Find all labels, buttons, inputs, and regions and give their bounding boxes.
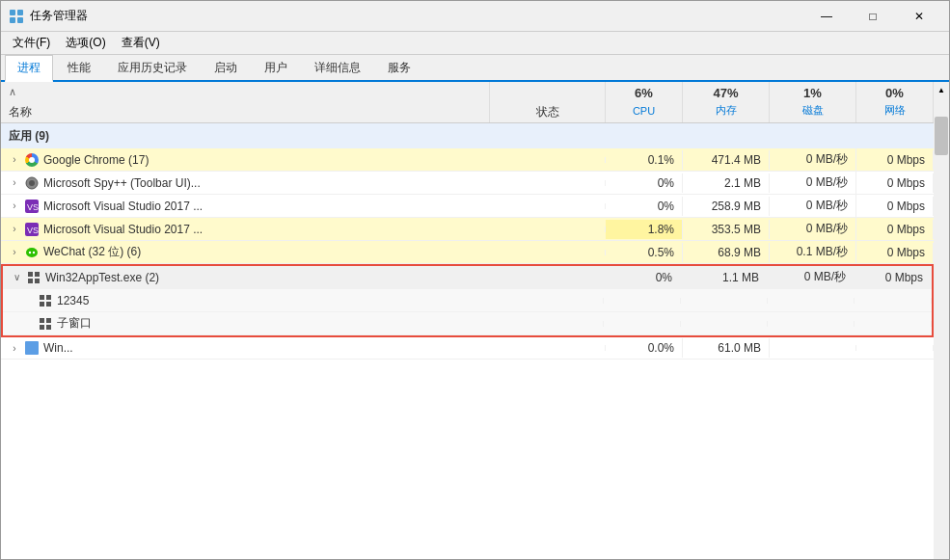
process-name-spy: › Microsoft Spy++ (Toolbar UI)...	[1, 173, 490, 194]
cpu-cell: 0%	[606, 173, 683, 193]
tab-bar: 进程 性能 应用历史记录 启动 用户 详细信息 服务	[1, 55, 949, 82]
table-row[interactable]: › Google Chrome (17) 0.1% 471.4 MB 0 MB/…	[1, 148, 934, 172]
wechat-icon	[24, 245, 40, 260]
scrollbar[interactable]: ▲	[934, 82, 949, 559]
svg-point-11	[29, 251, 31, 253]
net-percent-header[interactable]: 0%	[856, 82, 934, 102]
cpu-percent-header[interactable]: 6%	[606, 82, 683, 102]
process-name-wechat: › WeChat (32 位) (6)	[1, 241, 490, 263]
process-name-chrome: › Google Chrome (17)	[1, 149, 490, 171]
disk-cell: 0.1 MB/秒	[770, 241, 856, 263]
menu-view[interactable]: 查看(V)	[114, 33, 168, 53]
status-cell	[490, 157, 606, 163]
column-header-bottom: 名称 状态 CPU 内存 磁盘 网络	[1, 102, 934, 123]
mem-cell: 258.9 MB	[683, 197, 770, 216]
expand-icon[interactable]: ›	[9, 247, 20, 258]
apps-section-header: 应用 (9)	[1, 123, 934, 148]
process-name-vs2: › VS Microsoft Visual Studio 2017 ...	[1, 219, 490, 240]
svg-text:VS: VS	[27, 202, 39, 212]
table-row[interactable]: 子窗口	[3, 312, 932, 335]
cpu-cell: 1.8%	[606, 220, 683, 239]
net-cell: 0 Mbps	[856, 220, 934, 239]
net-partial	[856, 345, 934, 351]
tab-performance[interactable]: 性能	[55, 55, 103, 80]
svg-point-12	[33, 251, 35, 253]
disk-partial	[770, 345, 856, 351]
net-cell: 0 Mbps	[856, 197, 934, 216]
menu-file[interactable]: 文件(F)	[5, 33, 58, 53]
scrollbar-thumb[interactable]	[935, 117, 948, 155]
svg-rect-0	[10, 10, 15, 15]
svg-rect-22	[46, 318, 51, 323]
tab-services[interactable]: 服务	[375, 55, 423, 80]
expand-icon[interactable]: ›	[9, 154, 20, 166]
svg-rect-23	[40, 325, 44, 330]
table-row[interactable]: › VS Microsoft Visual Studio 2017 ... 0%…	[1, 195, 934, 218]
maximize-button[interactable]: □	[851, 1, 895, 32]
mem-cell: 1.1 MB	[681, 268, 768, 287]
child-name-12345: 12345	[3, 290, 488, 311]
cpu-col-label[interactable]: CPU	[606, 102, 683, 122]
process-name-win32: ∨ Win32AppTest.exe (2)	[3, 267, 488, 288]
table-body: 应用 (9) › Google Chrome (17) 0.1% 471.4 M…	[1, 123, 934, 559]
expand-icon[interactable]: ›	[9, 342, 20, 354]
sort-arrow-icon: ∧	[9, 86, 16, 98]
menu-bar: 文件(F) 选项(O) 查看(V)	[1, 32, 949, 55]
expand-icon[interactable]: ›	[9, 224, 20, 235]
disk-percent-header[interactable]: 1%	[770, 82, 856, 102]
menu-options[interactable]: 选项(O)	[58, 33, 113, 53]
svg-rect-20	[46, 302, 51, 307]
expand-icon[interactable]: ∨	[11, 272, 22, 283]
mem-col-label[interactable]: 内存	[683, 102, 770, 122]
table-row[interactable]: 12345	[3, 289, 932, 312]
tab-startup[interactable]: 启动	[202, 55, 250, 80]
status-cell	[490, 180, 606, 186]
net-cell: 0 Mbps	[856, 243, 934, 262]
net-col-label[interactable]: 网络	[856, 102, 934, 122]
highlighted-group: ∨ Win32AppTest.exe (2)	[1, 264, 934, 337]
svg-rect-3	[17, 17, 23, 23]
close-button[interactable]: ✕	[897, 1, 941, 32]
net-cell: 0 Mbps	[856, 173, 934, 193]
process-name-vs1: › VS Microsoft Visual Studio 2017 ...	[1, 196, 490, 217]
disk-cell: 0 MB/秒	[770, 195, 856, 217]
tab-users[interactable]: 用户	[252, 55, 300, 80]
disk-cell: 0 MB/秒	[770, 148, 856, 171]
svg-rect-19	[40, 302, 44, 307]
table-row[interactable]: ∨ Win32AppTest.exe (2)	[3, 266, 932, 289]
tab-details[interactable]: 详细信息	[302, 55, 373, 80]
svg-rect-2	[10, 17, 15, 23]
disk-col-label[interactable]: 磁盘	[770, 102, 856, 122]
cpu-cell: 0%	[606, 197, 683, 216]
child-name-subwindow: 子窗口	[3, 312, 488, 334]
tab-processes[interactable]: 进程	[5, 55, 53, 82]
svg-point-10	[26, 248, 38, 257]
tab-app-history[interactable]: 应用历史记录	[105, 55, 200, 80]
table-row[interactable]: › Microsoft Spy++ (Toolbar UI)... 0% 2.1…	[1, 172, 934, 195]
table-row[interactable]: › WeChat (32 位) (6) 0.5% 68.9 MB	[1, 241, 934, 264]
vs-icon: VS	[24, 222, 40, 237]
name-col-label[interactable]: 名称	[1, 102, 490, 122]
minimize-button[interactable]: —	[804, 1, 849, 32]
svg-rect-25	[25, 341, 39, 355]
scroll-up-button[interactable]: ▲	[935, 82, 948, 97]
table-row[interactable]: › VS Microsoft Visual Studio 2017 ... 1.…	[1, 218, 934, 241]
status-cell	[490, 345, 606, 351]
net-cell: 0 Mbps	[855, 268, 932, 287]
mem-percent-header[interactable]: 47%	[683, 82, 770, 102]
window-controls: — □ ✕	[804, 1, 941, 32]
expand-icon[interactable]: ›	[9, 177, 20, 189]
expand-icon[interactable]: ›	[9, 200, 20, 212]
task-manager-window: 任务管理器 — □ ✕ 文件(F) 选项(O) 查看(V) 进程 性能 应用历史…	[0, 0, 950, 560]
apps-section-title: 应用 (9)	[1, 124, 490, 148]
disk-cell: 0 MB/秒	[770, 172, 856, 194]
svg-rect-16	[35, 279, 40, 283]
status-col-label[interactable]: 状态	[490, 102, 606, 122]
svg-rect-18	[46, 295, 51, 300]
cpu-cell: 0.1%	[606, 150, 683, 170]
grid-icon	[38, 293, 53, 308]
grid-icon	[38, 316, 53, 332]
column-header-top: ∧ 6% 47% 1% 0%	[1, 82, 934, 102]
disk-cell: 0 MB/秒	[770, 218, 856, 240]
table-container: ∧ 6% 47% 1% 0% 名称 状态 CPU 内存 磁盘 网络	[1, 82, 934, 559]
